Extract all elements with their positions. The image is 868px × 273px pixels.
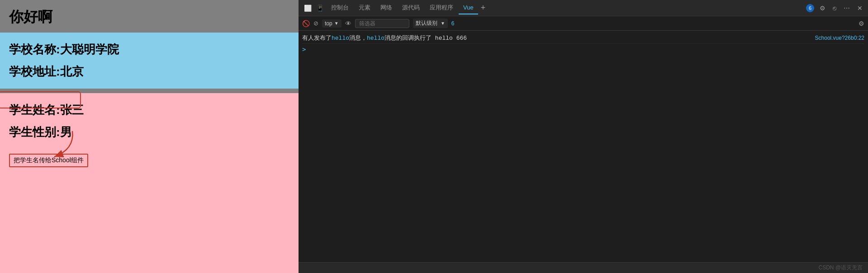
tab-console[interactable]: 控制台 — [327, 1, 353, 15]
send-to-school-button[interactable]: 把学生名传给School组件 — [9, 154, 88, 167]
button-area: 把学生名传给School组件 — [9, 154, 289, 167]
console-log-entry: 有人发布了hello消息，hello消息的回调执行了 hello 666 Sch… — [302, 33, 864, 44]
console-source-link[interactable]: School.vue?26b0:22 — [815, 35, 864, 41]
school-section: 学校名称:大聪明学院 学校地址:北京 — [0, 33, 299, 89]
log-level-selector[interactable]: 默认级别 ▼ — [413, 19, 448, 28]
clear-icon[interactable]: 🚫 — [302, 20, 310, 27]
tab-network[interactable]: 网络 — [376, 1, 397, 15]
devtools-panel: ⬜ 📱 控制台 元素 网络 源代码 应用程序 Vue + 6 — [299, 0, 868, 273]
error-badge: 6 — [806, 4, 814, 12]
tab-sources[interactable]: 源代码 — [398, 1, 424, 15]
device-icon[interactable]: 📱 — [314, 3, 326, 14]
console-content: 有人发布了hello消息，hello消息的回调执行了 hello 666 Sch… — [299, 31, 868, 262]
console-highlight-hello2: hello — [367, 35, 384, 42]
close-icon[interactable]: ✕ — [855, 3, 864, 14]
console-prompt[interactable]: > — [302, 44, 864, 55]
tab-elements[interactable]: 元素 — [354, 1, 375, 15]
add-tab-icon[interactable]: + — [479, 1, 488, 14]
devtools-tabs: ⬜ 📱 控制台 元素 网络 源代码 应用程序 Vue + — [302, 1, 487, 15]
greeting-section: 你好啊 — [0, 0, 299, 33]
devtools-bottom-bar: CSDN @语灭无言 — [299, 262, 868, 273]
inspect-icon[interactable]: ⬜ — [302, 3, 313, 14]
student-name: 学生姓名:张三 — [9, 102, 289, 118]
devtools-right-icons: 6 ⚙ ⎋ ⋯ ✕ — [806, 3, 864, 14]
block-icon[interactable]: ⊘ — [313, 20, 318, 27]
count-badge: 6 — [451, 20, 455, 27]
devtools-toolbar: 🚫 ⊘ top ▼ 👁 默认级别 ▼ 6 ⚙ — [299, 16, 868, 31]
devtools-topbar: ⬜ 📱 控制台 元素 网络 源代码 应用程序 Vue + 6 — [299, 0, 868, 16]
filter-input[interactable] — [355, 19, 409, 28]
section-divider — [0, 89, 299, 93]
more-icon[interactable]: ⋯ — [842, 3, 852, 14]
level-dropdown-icon: ▼ — [441, 21, 445, 26]
tab-application[interactable]: 应用程序 — [425, 1, 458, 15]
school-name: 学校名称:大聪明学院 — [9, 42, 289, 57]
console-highlight-hello: hello — [332, 35, 349, 42]
watermark: CSDN @语灭无言 — [818, 264, 863, 272]
eye-icon[interactable]: 👁 — [345, 20, 351, 27]
left-panel: 你好啊 学校名称:大聪明学院 学校地址:北京 学生姓名:张三 学生性别:男 把学… — [0, 0, 299, 273]
console-log-text: 有人发布了hello消息，hello消息的回调执行了 hello 666 — [302, 34, 467, 42]
tab-vue[interactable]: Vue — [459, 1, 478, 14]
settings-icon[interactable]: ⚙ — [818, 3, 827, 14]
context-selector[interactable]: top ▼ — [322, 19, 342, 28]
student-gender: 学生性别:男 — [9, 124, 289, 140]
greeting-text: 你好啊 — [9, 7, 289, 27]
school-address: 学校地址:北京 — [9, 64, 289, 80]
toolbar-settings-icon[interactable]: ⚙ — [859, 20, 864, 27]
student-section: 学生姓名:张三 学生性别:男 把学生名传给School组件 — [0, 93, 299, 273]
dock-icon[interactable]: ⎋ — [831, 3, 838, 14]
count-value: 6 — [451, 20, 455, 27]
context-label: top — [325, 20, 332, 27]
context-dropdown-icon: ▼ — [334, 21, 339, 26]
